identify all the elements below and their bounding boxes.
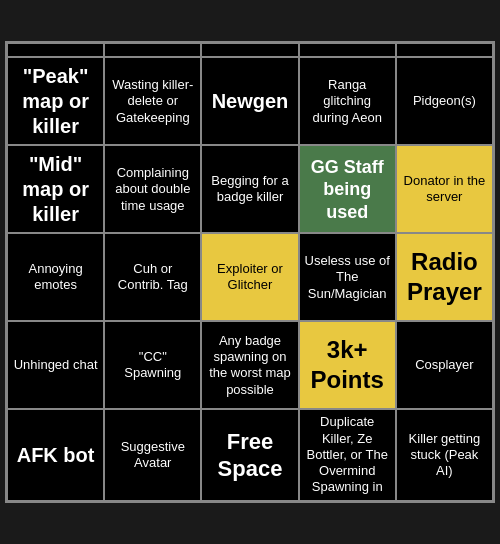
bingo-header [7, 43, 493, 57]
bingo-cell-2[interactable]: Newgen [201, 57, 298, 145]
bingo-cell-6[interactable]: Complaining about double time usage [104, 145, 201, 233]
bingo-cell-0[interactable]: "Peak" map or killer [7, 57, 104, 145]
bingo-cell-12[interactable]: Exploiter or Glitcher [201, 233, 298, 321]
letter-g [299, 43, 396, 57]
bingo-cell-8[interactable]: GG Staff being used [299, 145, 396, 233]
bingo-cell-1[interactable]: Wasting killer-delete or Gatekeeping [104, 57, 201, 145]
bingo-cell-13[interactable]: Useless use of The Sun/Magician [299, 233, 396, 321]
bingo-cell-5[interactable]: "Mid" map or killer [7, 145, 104, 233]
bingo-cell-17[interactable]: Any badge spawning on the worst map poss… [201, 321, 298, 409]
bingo-cell-9[interactable]: Donator in the server [396, 145, 493, 233]
bingo-cell-11[interactable]: Cuh or Contrib. Tag [104, 233, 201, 321]
bingo-cell-22[interactable]: Free Space [201, 409, 298, 500]
bingo-cell-20[interactable]: AFK bot [7, 409, 104, 500]
bingo-cell-4[interactable]: Pidgeon(s) [396, 57, 493, 145]
letter-o [396, 43, 493, 57]
bingo-cell-21[interactable]: Suggestive Avatar [104, 409, 201, 500]
bingo-cell-14[interactable]: Radio Prayer [396, 233, 493, 321]
bingo-cell-24[interactable]: Killer getting stuck (Peak AI) [396, 409, 493, 500]
bingo-card: "Peak" map or killerWasting killer-delet… [5, 41, 495, 502]
bingo-grid: "Peak" map or killerWasting killer-delet… [7, 57, 493, 500]
bingo-cell-18[interactable]: 3k+ Points [299, 321, 396, 409]
letter-n [201, 43, 298, 57]
bingo-cell-23[interactable]: Duplicate Killer, Ze Bottler, or The Ove… [299, 409, 396, 500]
bingo-cell-19[interactable]: Cosplayer [396, 321, 493, 409]
bingo-cell-16[interactable]: "CC" Spawning [104, 321, 201, 409]
bingo-cell-15[interactable]: Unhinged chat [7, 321, 104, 409]
bingo-cell-7[interactable]: Begging for a badge killer [201, 145, 298, 233]
letter-b [7, 43, 104, 57]
letter-i [104, 43, 201, 57]
bingo-cell-10[interactable]: Annoying emotes [7, 233, 104, 321]
bingo-cell-3[interactable]: Ranga glitching during Aeon [299, 57, 396, 145]
